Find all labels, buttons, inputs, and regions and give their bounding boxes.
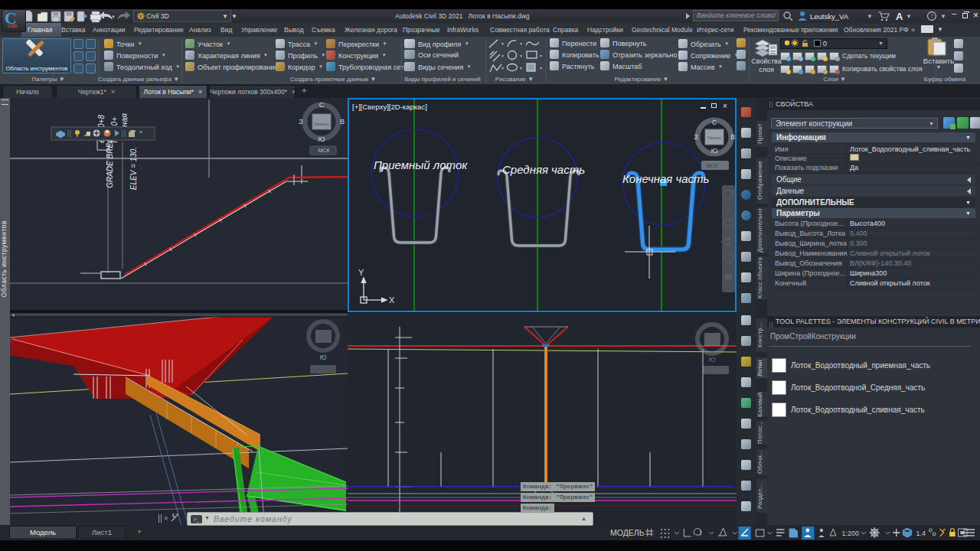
svg-text:Приемный лоток: Приемный лоток bbox=[374, 158, 468, 171]
svg-text:1:200: 1:200 bbox=[842, 530, 860, 537]
svg-text:Средняя часть: Средняя часть bbox=[502, 163, 585, 176]
svg-text:С: С bbox=[319, 101, 325, 109]
svg-text:1.4: 1.4 bbox=[916, 530, 926, 537]
svg-text:Ю: Ю bbox=[709, 356, 716, 364]
svg-text:▼: ▼ bbox=[519, 54, 523, 58]
svg-text:Ю: Ю bbox=[320, 354, 327, 361]
svg-text:▼: ▼ bbox=[501, 41, 505, 46]
svg-text:▼: ▼ bbox=[725, 205, 732, 213]
svg-text:▼: ▼ bbox=[539, 66, 543, 70]
svg-text:▼: ▼ bbox=[501, 66, 505, 70]
svg-text:В: В bbox=[730, 133, 735, 141]
svg-text:▼: ▼ bbox=[111, 15, 116, 19]
svg-text:X: X bbox=[389, 295, 395, 305]
svg-text:МСК: МСК bbox=[318, 148, 331, 153]
svg-text:С: С bbox=[712, 119, 717, 126]
svg-text:▼: ▼ bbox=[519, 41, 523, 46]
svg-text:Y: Y bbox=[358, 268, 364, 277]
svg-text:+: + bbox=[727, 222, 730, 227]
svg-text:ELEV = 130.: ELEV = 130. bbox=[129, 147, 138, 190]
svg-text:Сверху: Сверху bbox=[314, 122, 329, 126]
svg-text:Конечная часть: Конечная часть bbox=[622, 172, 710, 185]
svg-text:GRADE BREA: GRADE BREA bbox=[106, 138, 114, 188]
svg-text:▼: ▼ bbox=[539, 54, 543, 58]
svg-text:×: × bbox=[139, 129, 142, 135]
svg-text:Сверху: Сверху bbox=[707, 135, 722, 140]
svg-text:З: З bbox=[694, 133, 697, 141]
svg-text:▼: ▼ bbox=[501, 54, 505, 58]
svg-text:МСК: МСК bbox=[707, 163, 719, 168]
svg-text:З: З bbox=[299, 118, 302, 126]
svg-text:▼: ▼ bbox=[519, 66, 523, 70]
svg-text:Ю: Ю bbox=[711, 147, 718, 155]
svg-text:Ю: Ю bbox=[318, 135, 325, 143]
svg-text:?: ? bbox=[930, 13, 933, 20]
svg-text:В: В bbox=[340, 118, 345, 126]
